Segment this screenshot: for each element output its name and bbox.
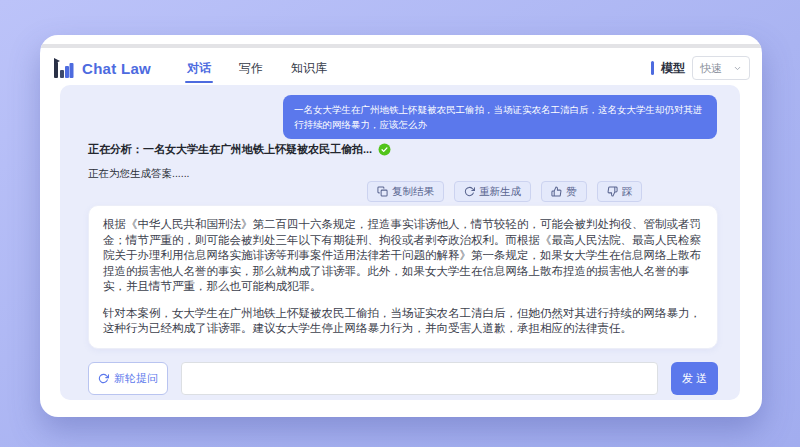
regenerate-button[interactable]: 重新生成	[454, 181, 531, 202]
copy-result-button[interactable]: 复制结果	[367, 181, 444, 202]
copy-icon	[377, 186, 388, 197]
new-round-label: 新轮提问	[114, 371, 158, 386]
header: Chat Law 对话 写作 知识库 模型 快速	[40, 48, 762, 88]
message-input[interactable]	[181, 362, 658, 395]
answer-paragraph-2: 针对本案例，女大学生在广州地铁上怀疑被农民工偷拍，当场证实农名工清白后，但她仍然…	[103, 306, 703, 337]
model-selected-value: 快速	[700, 61, 722, 76]
status-generating-text: 正在为您生成答案......	[88, 167, 190, 181]
app-window: Chat Law 对话 写作 知识库 模型 快速	[40, 35, 762, 417]
logo: Chat Law	[52, 57, 151, 79]
answer-card: 根据《中华人民共和国刑法》第二百四十六条规定，捏造事实诽谤他人，情节较轻的，可能…	[88, 205, 718, 349]
chevron-down-icon	[733, 64, 742, 73]
dislike-button[interactable]: 踩	[597, 181, 643, 202]
new-round-button[interactable]: 新轮提问	[88, 362, 168, 395]
answer-actions: 复制结果 重新生成	[367, 181, 642, 202]
chatlaw-logo-icon	[52, 57, 74, 79]
nav-tabs: 对话 写作 知识库	[185, 54, 329, 83]
regenerate-label: 重新生成	[479, 185, 521, 199]
status-analyzing-text: 正在分析：一名女大学生在广州地铁上怀疑被农民工偷拍...	[88, 142, 372, 157]
refresh-icon	[464, 186, 475, 197]
tab-writing[interactable]: 写作	[237, 54, 265, 83]
model-select-dropdown[interactable]: 快速	[692, 56, 750, 80]
logo-text: Chat Law	[82, 60, 151, 77]
thumbs-down-icon	[607, 186, 618, 197]
send-button[interactable]: 发 送	[671, 362, 718, 395]
model-label: 模型	[661, 60, 685, 77]
model-group: 模型 快速	[651, 56, 750, 80]
app-background: Chat Law 对话 写作 知识库 模型 快速	[0, 0, 800, 447]
answer-paragraph-1: 根据《中华人民共和国刑法》第二百四十六条规定，捏造事实诽谤他人，情节较轻的，可能…	[103, 217, 703, 295]
refresh-icon	[98, 373, 109, 384]
like-label: 赞	[566, 185, 577, 199]
user-message-bubble: 一名女大学生在广州地铁上怀疑被农民工偷拍，当场证实农名工清白后，这名女大学生却仍…	[283, 95, 717, 139]
status-analyzing-row: 正在分析：一名女大学生在广州地铁上怀疑被农民工偷拍...	[88, 142, 391, 157]
thumbs-up-icon	[551, 186, 562, 197]
check-circle-icon	[378, 143, 391, 156]
like-button[interactable]: 赞	[541, 181, 587, 202]
model-accent-bar	[651, 61, 654, 75]
composer-bar: 新轮提问 发 送	[88, 362, 718, 395]
dislike-label: 踩	[622, 185, 633, 199]
tab-chat[interactable]: 对话	[185, 54, 213, 83]
chat-panel: 一名女大学生在广州地铁上怀疑被农民工偷拍，当场证实农名工清白后，这名女大学生却仍…	[60, 85, 740, 400]
copy-result-label: 复制结果	[392, 185, 434, 199]
tab-knowledge-base[interactable]: 知识库	[289, 54, 329, 83]
